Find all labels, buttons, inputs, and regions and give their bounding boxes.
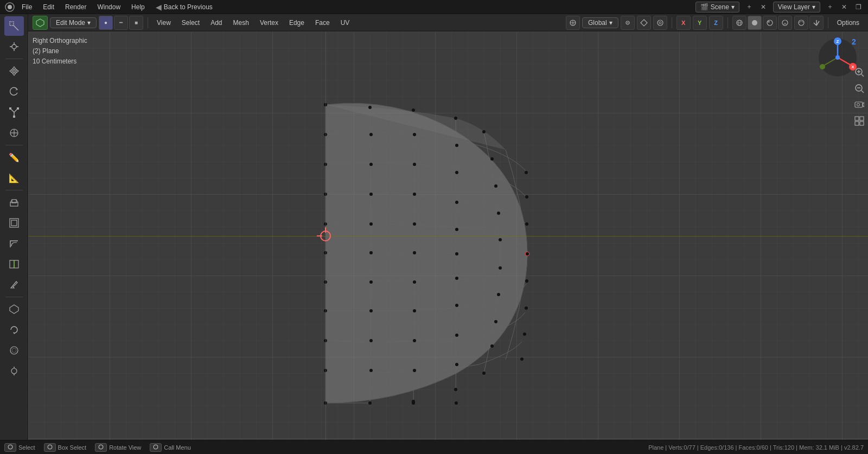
face-select-mode-button[interactable]: ■	[129, 16, 143, 30]
editor-type-icon[interactable]	[33, 16, 48, 30]
menu-vertex[interactable]: Vertex	[256, 17, 283, 29]
close-scene-icon[interactable]: ✕	[758, 2, 769, 12]
material-shading-button[interactable]	[763, 16, 777, 30]
smooth-tool-button[interactable]	[4, 341, 24, 360]
menu-edge[interactable]: Edge	[285, 17, 309, 29]
rotate-view-status-item: Rotate View	[95, 443, 141, 452]
menu-window[interactable]: Window	[93, 2, 125, 12]
zoom-in-icon[interactable]	[852, 65, 866, 79]
svg-text:2: 2	[852, 37, 856, 46]
svg-point-99	[482, 130, 486, 133]
snap-toggle[interactable]	[637, 16, 651, 30]
extrude-tool-button[interactable]	[4, 193, 24, 212]
grid-view-icon[interactable]	[852, 114, 866, 128]
menu-file[interactable]: File	[17, 2, 36, 12]
transform-gizmo-toggle[interactable]	[566, 16, 580, 30]
box-select-key	[44, 443, 56, 452]
svg-point-141	[857, 104, 860, 106]
menu-help[interactable]: Help	[127, 2, 149, 12]
svg-point-100	[490, 157, 494, 161]
svg-point-96	[455, 334, 458, 337]
menu-select[interactable]: Select	[177, 17, 204, 29]
bevel-tool-button[interactable]	[4, 234, 24, 253]
svg-point-102	[497, 212, 500, 215]
svg-point-111	[525, 195, 528, 199]
svg-point-98	[454, 388, 457, 391]
back-to-previous-button[interactable]: ◀ Back to Previous	[151, 2, 217, 12]
mode-label: Edit Mode	[56, 19, 85, 27]
svg-point-108	[490, 344, 494, 348]
svg-point-43	[752, 20, 757, 25]
pivot-point-selector[interactable]	[621, 16, 635, 30]
scene-selector[interactable]: 🎬 Scene ▾	[695, 2, 739, 12]
svg-point-88	[454, 117, 457, 120]
move-tool-button[interactable]	[4, 61, 24, 81]
svg-rect-22	[11, 220, 17, 226]
scale-tool-button[interactable]	[4, 103, 24, 122]
menu-edit[interactable]: Edit	[39, 2, 59, 12]
svg-point-38	[658, 20, 663, 25]
toolbar-separator-2	[5, 145, 23, 145]
z-transform-constraint[interactable]: Z	[709, 16, 723, 30]
knife-tool-button[interactable]	[4, 275, 24, 295]
transform-tool-button[interactable]	[4, 123, 24, 143]
close-view-layer-icon[interactable]: ✕	[839, 2, 850, 12]
svg-point-75	[369, 369, 373, 372]
svg-point-146	[8, 445, 12, 449]
wireframe-shading-button[interactable]	[732, 16, 746, 30]
annotate-tool-button[interactable]: ✏️	[4, 148, 24, 167]
cursor-tool-button[interactable]	[4, 37, 24, 56]
y-transform-constraint[interactable]: Y	[693, 16, 707, 30]
proportional-edit-toggle[interactable]	[653, 16, 667, 30]
transform-label: Global	[588, 19, 607, 27]
viewport-shading-buttons	[732, 16, 824, 30]
measure-tool-button[interactable]: 📐	[4, 168, 24, 188]
edge-select-mode-button[interactable]: ━	[114, 16, 128, 30]
new-scene-icon[interactable]: ＋	[744, 2, 755, 12]
right-sidebar-buttons	[851, 63, 868, 426]
select-tool-button[interactable]	[4, 16, 24, 36]
menu-uv[interactable]: UV	[336, 17, 354, 29]
viewport-gizmo-toggle[interactable]	[809, 16, 824, 30]
toolbar-separator-4	[5, 297, 23, 297]
menu-render[interactable]: Render	[61, 2, 91, 12]
stats-display: Plane | Verts:0/77 | Edges:0/136 | Faces…	[648, 444, 864, 451]
svg-point-3	[12, 44, 16, 49]
vertex-select-mode-button[interactable]: ●	[99, 16, 113, 30]
mode-selector[interactable]: Edit Mode ▾	[50, 17, 97, 28]
inset-tool-button[interactable]	[4, 213, 24, 233]
shrink-fatten-button[interactable]	[4, 361, 24, 381]
select-status-item: Select	[4, 443, 35, 452]
x-transform-constraint[interactable]: X	[676, 16, 691, 30]
transform-space-selector[interactable]: Global ▾	[582, 17, 618, 28]
svg-point-89	[455, 144, 458, 147]
blender-logo-icon[interactable]	[4, 2, 15, 12]
toolbar-separator-3	[5, 190, 23, 190]
spin-tool-button[interactable]	[4, 320, 24, 340]
view-layer-selector[interactable]: View Layer ▾	[773, 2, 820, 12]
viewport-overlay-toggle[interactable]	[794, 16, 808, 30]
poly-build-tool-button[interactable]	[4, 299, 24, 319]
svg-point-94	[455, 277, 458, 280]
scene-icon: 🎬	[700, 3, 709, 11]
svg-point-109	[482, 372, 486, 375]
svg-line-138	[861, 91, 864, 93]
menu-mesh[interactable]: Mesh	[229, 17, 253, 29]
menu-add[interactable]: Add	[206, 17, 226, 29]
menu-view[interactable]: View	[152, 17, 175, 29]
options-menu[interactable]: Options	[833, 17, 864, 29]
restore-icon[interactable]: ❐	[853, 2, 864, 12]
svg-point-91	[455, 201, 458, 204]
solid-shading-button[interactable]	[748, 16, 762, 30]
camera-view-icon[interactable]	[852, 98, 866, 112]
new-view-layer-icon[interactable]: ＋	[825, 2, 835, 12]
svg-point-45	[768, 21, 770, 23]
svg-point-107	[494, 320, 497, 323]
loop-cut-tool-button[interactable]	[4, 254, 24, 274]
svg-point-66	[368, 106, 372, 109]
zoom-out-icon[interactable]	[852, 81, 866, 95]
rotate-tool-button[interactable]	[4, 82, 24, 101]
svg-text:Z: Z	[837, 39, 839, 44]
menu-face[interactable]: Face	[311, 17, 334, 29]
rendered-shading-button[interactable]	[778, 16, 792, 30]
